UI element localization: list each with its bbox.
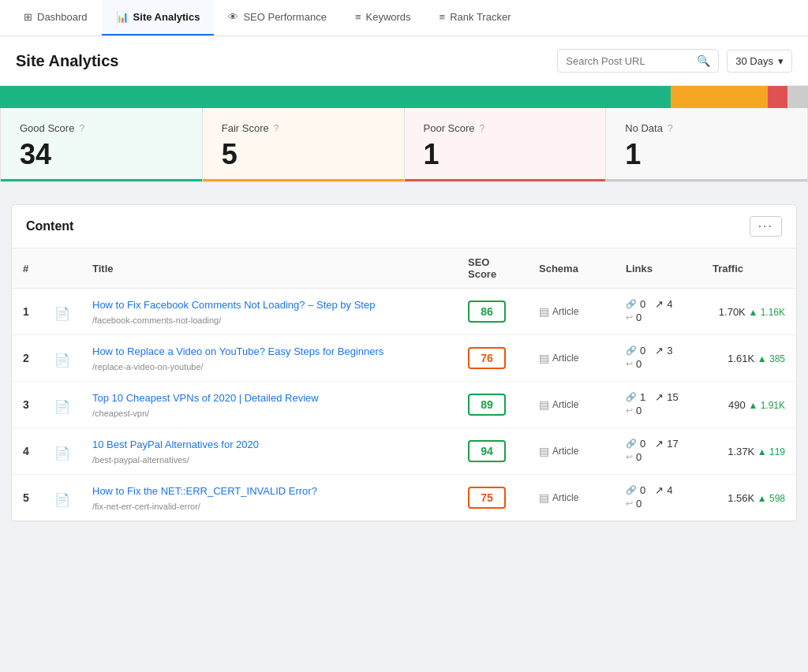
search-input[interactable] <box>566 55 692 67</box>
col-header-schema: Schema <box>528 248 615 289</box>
row-num: 1 <box>12 289 43 335</box>
more-options-button[interactable]: ··· <box>750 216 782 237</box>
page-header: Site Analytics 🔍 30 Days ▾ <box>0 36 808 86</box>
tab-seo-performance[interactable]: 👁 SEO Performance <box>214 0 341 35</box>
good-score-label: Good Score ? <box>20 122 183 134</box>
days-dropdown[interactable]: 30 Days ▾ <box>727 50 792 73</box>
good-underline <box>1 179 202 181</box>
row-traffic-cell: 1.56K ▲ 598 <box>701 475 796 521</box>
rank-icon: ≡ <box>440 11 446 23</box>
internal-link-icon: 🔗 <box>626 439 637 449</box>
seo-score-badge: 75 <box>468 487 506 509</box>
post-url: /facebook-comments-not-loading/ <box>92 315 446 325</box>
nodata-score-card: No Data ? 1 <box>606 108 807 181</box>
external-link-icon: ↗ <box>655 391 664 403</box>
row-schema-cell: ▤ Article <box>528 428 615 475</box>
document-icon: 📄 <box>54 446 70 461</box>
content-header: Content ··· <box>12 205 796 248</box>
row-icon-cell: 📄 <box>43 475 81 521</box>
row-schema-cell: ▤ Article <box>528 289 615 335</box>
content-title: Content <box>26 219 73 233</box>
backlink-icon: ↩ <box>626 452 633 462</box>
good-bar <box>0 86 671 108</box>
row-links-cell: 🔗 0 ↗ 4 ↩ 0 <box>615 289 701 335</box>
row-title-cell: Top 10 Cheapest VPNs of 2020 | Detailed … <box>81 382 457 428</box>
traffic-change: ▲ 1.16K <box>748 307 785 318</box>
main-content: Content ··· # Title SEO Score Schema Lin… <box>0 182 808 532</box>
row-title-cell: How to Replace a Video on YouTube? Easy … <box>81 335 457 382</box>
external-link-count: 4 <box>667 484 672 496</box>
schema-type: Article <box>552 446 578 457</box>
fair-score-label: Fair Score ? <box>222 122 385 134</box>
traffic-change: ▲ 119 <box>758 446 785 457</box>
post-title[interactable]: Top 10 Cheapest VPNs of 2020 | Detailed … <box>92 391 446 405</box>
external-link-icon: ↗ <box>655 345 664 357</box>
row-links-cell: 🔗 0 ↗ 17 ↩ 0 <box>615 428 701 475</box>
col-header-num: # <box>12 248 43 289</box>
row-seo-cell: 76 <box>457 335 528 382</box>
post-url: /cheapest-vpn/ <box>92 409 446 418</box>
traffic-value: 490 <box>728 399 746 411</box>
good-score-value: 34 <box>20 140 183 169</box>
row-links-cell: 🔗 0 ↗ 3 ↩ 0 <box>615 335 701 382</box>
col-header-icon <box>43 248 81 289</box>
good-score-card: Good Score ? 34 <box>1 108 203 181</box>
tab-rank-tracker[interactable]: ≡ Rank Tracker <box>425 0 526 35</box>
tab-dashboard[interactable]: ⊞ Dashboard <box>9 0 102 35</box>
internal-link-icon: 🔗 <box>626 345 637 356</box>
col-header-traffic: Traffic <box>701 248 796 289</box>
backlink-icon: ↩ <box>626 498 633 509</box>
nodata-underline <box>606 179 807 181</box>
document-icon: 📄 <box>54 399 70 414</box>
search-box[interactable]: 🔍 <box>557 49 719 73</box>
external-link-icon: ↗ <box>655 298 664 310</box>
row-title-cell: How to Fix the NET::ERR_CERT_INVALID Err… <box>81 475 457 521</box>
table-body: 1 📄 How to Fix Facebook Comments Not Loa… <box>12 289 796 521</box>
post-title[interactable]: How to Fix Facebook Comments Not Loading… <box>92 298 446 312</box>
schema-icon: ▤ <box>539 491 549 504</box>
row-icon-cell: 📄 <box>43 382 81 428</box>
seo-score-badge: 94 <box>468 440 506 462</box>
nodata-score-label: No Data ? <box>625 122 788 134</box>
row-schema-cell: ▤ Article <box>528 335 615 382</box>
tab-keywords[interactable]: ≡ Keywords <box>341 0 425 35</box>
external-link-icon: ↗ <box>655 438 664 450</box>
poor-underline <box>405 179 606 181</box>
post-url: /replace-a-video-on-youtube/ <box>92 362 446 371</box>
tab-bar: ⊞ Dashboard 📊 Site Analytics 👁 SEO Perfo… <box>0 0 808 36</box>
poor-help-icon[interactable]: ? <box>480 123 485 134</box>
backlink-count: 0 <box>636 358 642 370</box>
post-title[interactable]: How to Replace a Video on YouTube? Easy … <box>92 345 446 359</box>
fair-help-icon[interactable]: ? <box>274 123 279 134</box>
content-section: Content ··· # Title SEO Score Schema Lin… <box>11 204 797 521</box>
poor-score-value: 1 <box>424 140 587 169</box>
row-icon-cell: 📄 <box>43 289 81 335</box>
col-header-links: Links <box>615 248 701 289</box>
tab-site-analytics[interactable]: 📊 Site Analytics <box>102 0 215 35</box>
dashboard-icon: ⊞ <box>24 11 32 23</box>
external-link-count: 4 <box>667 298 672 310</box>
external-link-count: 15 <box>667 391 678 403</box>
row-seo-cell: 89 <box>457 382 528 428</box>
external-link-icon: ↗ <box>655 484 664 496</box>
traffic-change: ▲ 598 <box>758 493 785 504</box>
row-title-cell: 10 Best PayPal Alternatives for 2020 /be… <box>81 428 457 475</box>
nodata-help-icon[interactable]: ? <box>668 123 673 134</box>
row-traffic-cell: 490 ▲ 1.91K <box>701 382 796 428</box>
search-icon: 🔍 <box>697 54 710 67</box>
score-cards: Good Score ? 34 Fair Score ? 5 Poor Scor… <box>0 108 808 182</box>
post-title[interactable]: 10 Best PayPal Alternatives for 2020 <box>92 438 446 452</box>
backlink-count: 0 <box>636 405 642 416</box>
schema-type: Article <box>552 399 578 410</box>
header-controls: 🔍 30 Days ▾ <box>557 49 792 73</box>
col-header-title: Title <box>81 248 457 289</box>
col-header-seo: SEO Score <box>457 248 528 289</box>
good-help-icon[interactable]: ? <box>79 123 84 134</box>
traffic-change: ▲ 1.91K <box>748 400 785 411</box>
backlink-count: 0 <box>636 312 642 323</box>
post-url: /best-paypal-alternatives/ <box>92 455 446 465</box>
row-links-cell: 🔗 0 ↗ 4 ↩ 0 <box>615 475 701 521</box>
post-title[interactable]: How to Fix the NET::ERR_CERT_INVALID Err… <box>92 484 446 498</box>
page-title: Site Analytics <box>16 52 118 70</box>
table-row: 1 📄 How to Fix Facebook Comments Not Loa… <box>12 289 796 335</box>
